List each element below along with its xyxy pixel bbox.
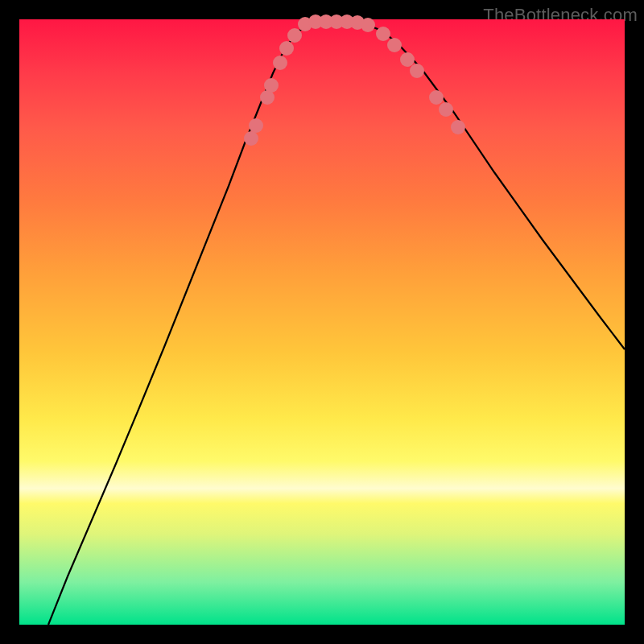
data-point (410, 64, 424, 78)
data-point (273, 56, 287, 70)
chart-svg (19, 19, 625, 625)
data-point (361, 18, 375, 32)
data-point (429, 90, 444, 105)
bottleneck-curve (48, 22, 625, 625)
chart-stage: TheBottleneck.com (0, 0, 644, 644)
dots-group (244, 14, 465, 146)
data-point (249, 118, 263, 133)
data-point (264, 78, 279, 93)
data-point (387, 38, 402, 52)
data-point (287, 28, 302, 43)
data-point (439, 102, 453, 117)
data-point (279, 41, 294, 56)
data-point (400, 52, 415, 67)
data-point (376, 27, 390, 41)
plot-area (19, 19, 625, 625)
data-point (451, 120, 465, 134)
data-point (244, 131, 258, 146)
